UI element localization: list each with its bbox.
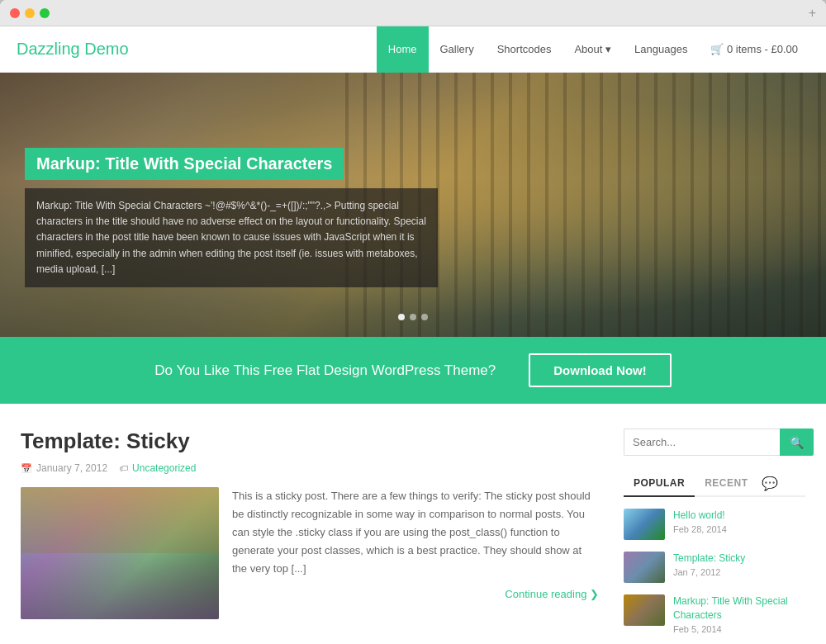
thumbnail-flowers	[21, 553, 219, 619]
site-content: Dazzling Demo Home Gallery Shortcodes Ab…	[0, 26, 826, 644]
sidebar: 🔍 POPULAR RECENT 💬 Hello world! Feb 28, …	[624, 429, 805, 644]
sidebar-tabs: POPULAR RECENT 💬	[624, 471, 805, 497]
slider-dot-3[interactable]	[421, 314, 428, 320]
cta-text: Do You Like This Free Flat Design WordPr…	[154, 362, 496, 379]
traffic-lights	[10, 8, 50, 18]
search-icon: 🔍	[790, 436, 804, 449]
recent-post-item: Template: Sticky Jan 7, 2012	[624, 552, 805, 583]
tab-popular[interactable]: POPULAR	[624, 471, 695, 497]
browser-chrome: +	[0, 0, 826, 26]
minimize-button[interactable]	[25, 8, 35, 18]
post-thumbnail	[21, 487, 219, 619]
hero-title: Markup: Title With Special Characters	[36, 154, 332, 173]
main-nav: Home Gallery Shortcodes About ▾ Language…	[377, 26, 809, 73]
search-input[interactable]	[624, 429, 780, 456]
thumbnail-sky	[21, 487, 219, 553]
slider-dot-1[interactable]	[398, 314, 405, 320]
main-content: Template: Sticky 📅 January 7, 2012 🏷 Unc…	[0, 404, 826, 644]
close-button[interactable]	[10, 8, 20, 18]
post-text-area: This is a sticky post. There are a few t…	[232, 487, 599, 619]
hero-description-box: Markup: Title With Special Characters ~'…	[25, 188, 438, 287]
hero-content: Markup: Title With Special Characters Ma…	[25, 148, 438, 287]
hero-title-box: Markup: Title With Special Characters	[25, 148, 344, 180]
post-body: This is a sticky post. There are a few t…	[21, 487, 599, 619]
comment-icon: 💬	[762, 476, 778, 491]
post-category-text[interactable]: Uncategorized	[132, 462, 196, 474]
blog-area: Template: Sticky 📅 January 7, 2012 🏷 Unc…	[21, 429, 599, 644]
post-meta: 📅 January 7, 2012 🏷 Uncategorized	[21, 462, 599, 474]
cart-link[interactable]: 🛒 0 items - £0.00	[699, 26, 809, 73]
slider-dots	[398, 314, 428, 320]
recent-post-title-3[interactable]: Markup: Title With Special Characters	[673, 594, 805, 623]
download-button[interactable]: Download Now!	[529, 353, 672, 387]
post-date-text: January 7, 2012	[36, 462, 107, 474]
hero-description: Markup: Title With Special Characters ~'…	[36, 198, 426, 277]
nav-item-shortcodes[interactable]: Shortcodes	[486, 26, 563, 73]
recent-posts-list: Hello world! Feb 28, 2014 Template: Stic…	[624, 509, 805, 644]
search-button[interactable]: 🔍	[780, 429, 814, 456]
recent-post-item: Hello world! Feb 28, 2014	[624, 509, 805, 540]
new-tab-button[interactable]: +	[809, 6, 816, 21]
continue-reading-link[interactable]: Continue reading ❯	[232, 588, 599, 600]
recent-post-date-2: Jan 7, 2012	[673, 567, 805, 577]
recent-post-title-2[interactable]: Template: Sticky	[673, 552, 805, 566]
recent-post-title-1[interactable]: Hello world!	[673, 509, 805, 523]
calendar-icon: 📅	[21, 463, 32, 474]
nav-item-home[interactable]: Home	[377, 26, 429, 73]
maximize-button[interactable]	[40, 8, 50, 18]
recent-post-info-3: Markup: Title With Special Characters Fe…	[673, 594, 805, 634]
recent-post-item: Markup: Title With Special Characters Fe…	[624, 594, 805, 634]
site-logo[interactable]: Dazzling Demo	[17, 40, 129, 59]
hero-slider: Markup: Title With Special Characters Ma…	[0, 73, 826, 337]
site-header: Dazzling Demo Home Gallery Shortcodes Ab…	[0, 26, 826, 73]
folder-icon: 🏷	[119, 463, 128, 473]
recent-post-date-1: Feb 28, 2014	[673, 524, 805, 534]
slider-dot-2[interactable]	[410, 314, 416, 320]
recent-post-thumbnail-2	[624, 552, 665, 583]
cart-label: 🛒 0 items - £0.00	[710, 43, 798, 55]
cta-bar: Do You Like This Free Flat Design WordPr…	[0, 337, 826, 404]
browser-window: + Dazzling Demo Home Gallery Shortcodes …	[0, 0, 826, 644]
nav-item-about[interactable]: About ▾	[563, 26, 623, 73]
post-category: 🏷 Uncategorized	[119, 462, 196, 474]
tab-recent[interactable]: RECENT	[695, 471, 757, 495]
recent-post-info-1: Hello world! Feb 28, 2014	[673, 509, 805, 534]
post-title: Template: Sticky	[21, 429, 599, 454]
post-excerpt: This is a sticky post. There are a few t…	[232, 487, 599, 578]
post-date: 📅 January 7, 2012	[21, 462, 107, 474]
recent-post-thumbnail-3	[624, 594, 665, 626]
recent-post-date-3: Feb 5, 2014	[673, 624, 805, 634]
recent-post-thumbnail-1	[624, 509, 665, 540]
nav-item-languages[interactable]: Languages	[623, 26, 699, 73]
search-box: 🔍	[624, 429, 805, 456]
recent-post-info-2: Template: Sticky Jan 7, 2012	[673, 552, 805, 577]
nav-item-gallery[interactable]: Gallery	[429, 26, 486, 73]
